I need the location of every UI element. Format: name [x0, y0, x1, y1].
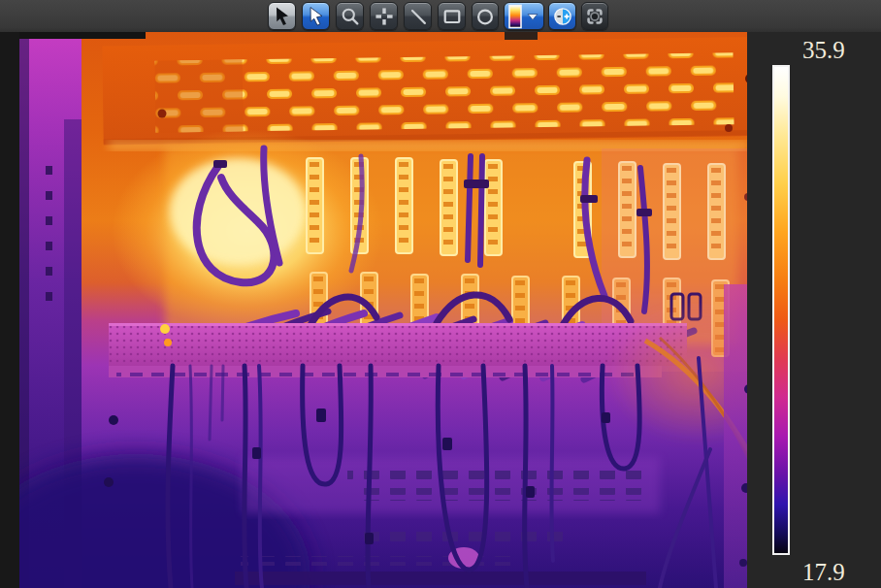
viewer-area: 35.9 17.9: [0, 32, 881, 588]
cursor-select-button[interactable]: [302, 2, 330, 30]
palette-gradient-icon: [506, 4, 542, 29]
hot-spot: [164, 339, 172, 346]
cursor-default-button[interactable]: [268, 2, 296, 30]
thermal-app-window: 35.9 17.9: [0, 0, 881, 588]
thermal-image-canvas[interactable]: [19, 32, 767, 588]
panel-screw: [158, 110, 167, 118]
zoom-tool-button[interactable]: [336, 2, 364, 30]
ellipse-tool-button[interactable]: [472, 2, 499, 30]
rectangle-tool-button[interactable]: [438, 2, 466, 30]
calibrate-button[interactable]: [581, 2, 608, 30]
ellipse-icon: [473, 5, 497, 28]
cursor-arrow-white-icon: [305, 5, 328, 28]
temperature-scale-panel: 35.9 17.9: [747, 32, 881, 588]
spot-tool-button[interactable]: [370, 2, 398, 30]
crosshair-icon: [373, 5, 396, 28]
left-gutter: [0, 32, 19, 588]
cursor-arrow-black-icon: [271, 5, 294, 28]
palette-dropdown-button[interactable]: [504, 2, 544, 30]
rail-screw: [739, 559, 747, 567]
thermal-image: [19, 32, 767, 588]
line-icon: [407, 5, 430, 28]
hot-spot: [160, 324, 170, 334]
contrast-adjust-button[interactable]: [548, 2, 576, 30]
scale-max-label: 35.9: [802, 38, 845, 63]
toolbar: [0, 0, 881, 32]
scale-min-label: 17.9: [802, 560, 845, 585]
contrast-plus-minus-icon: [551, 5, 574, 28]
magnifier-icon: [339, 5, 362, 28]
rail-screw: [104, 477, 114, 487]
focus-target-icon: [583, 5, 606, 28]
rail-screw: [109, 415, 118, 425]
rectangle-icon: [440, 5, 464, 28]
line-tool-button[interactable]: [404, 2, 432, 30]
panel-screw: [725, 124, 733, 132]
temperature-colorbar[interactable]: [772, 65, 790, 555]
